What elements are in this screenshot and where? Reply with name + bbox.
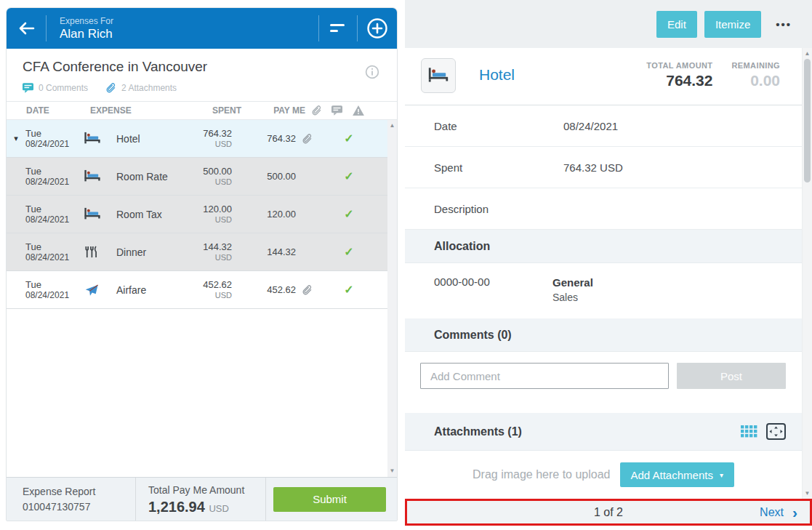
plane-icon: [84, 283, 110, 297]
comments-area: Post: [405, 352, 802, 413]
row-date: Tue08/24/2021: [25, 204, 84, 225]
total-amount-label: TOTAL AMOUNT: [646, 61, 712, 70]
expense-app: Expenses For Alan Rich CFA Conference in…: [0, 0, 812, 530]
submit-button[interactable]: Submit: [273, 487, 386, 512]
attachments-title: Attachments (1): [434, 425, 522, 438]
report-meta: 0 Comments 2 Attachments: [23, 82, 177, 94]
column-attachment[interactable]: [305, 105, 327, 116]
detail-toolbar: Edit Itemize •••: [405, 0, 812, 48]
next-expense-button[interactable]: Next ›: [760, 506, 810, 519]
remaining-label: REMAINING: [731, 61, 780, 70]
total-amount-block: TOTAL AMOUNT 764.32: [646, 61, 712, 89]
row-pay-me-amount: 764.32: [232, 133, 296, 144]
grid-view-icon[interactable]: [741, 425, 757, 438]
allocation-row: 0000-00-00 General Sales: [405, 263, 802, 318]
drop-hint: Drag image here to upload: [473, 468, 610, 481]
bed-icon: [84, 207, 110, 221]
row-expense-name: Airfare: [110, 284, 174, 296]
row-expand-caret[interactable]: ▾: [7, 134, 25, 143]
allocation-title: Allocation: [434, 240, 490, 253]
expense-row[interactable]: Tue08/24/2021 Dinner 144.32USD 144.32 ✓: [7, 233, 387, 271]
bed-icon: [84, 169, 110, 183]
paperclip-icon: [311, 105, 322, 116]
column-pay-me[interactable]: PAY ME: [241, 105, 305, 116]
expense-list: ▾ Tue08/24/2021 Hotel 764.32USD 764.32 ✓…: [7, 120, 397, 477]
scroll-down-arrow[interactable]: ▼: [390, 465, 395, 477]
edit-button[interactable]: Edit: [656, 11, 697, 38]
report-number-cell: Expense Report 010047130757: [7, 478, 136, 521]
allocation-detail: General Sales: [552, 276, 593, 318]
report-number-label: Expense Report: [23, 485, 135, 499]
plus-circle-icon: [366, 17, 388, 39]
itemize-button[interactable]: Itemize: [704, 11, 761, 38]
more-actions-button[interactable]: •••: [776, 18, 792, 31]
expense-title-link[interactable]: Hotel: [479, 66, 515, 84]
row-date: Tue08/24/2021: [25, 129, 84, 149]
total-pay-me-cell: Total Pay Me Amount 1,216.94 USD: [136, 478, 266, 521]
detail-scrollbar[interactable]: ▲ ▼: [802, 48, 812, 499]
expense-detail-header: Hotel TOTAL AMOUNT 764.32 REMAINING 0.00: [405, 48, 802, 105]
expense-row[interactable]: Tue08/24/2021 Airfare 452.62USD 452.62 ✓: [7, 271, 387, 309]
bed-icon: [427, 67, 449, 84]
allocation-name: General: [552, 276, 593, 289]
report-footer: Expense Report 010047130757 Total Pay Me…: [7, 477, 397, 521]
row-approved-check-icon: ✓: [337, 283, 361, 297]
expense-type-badge: [421, 58, 456, 93]
back-button[interactable]: [7, 8, 46, 49]
scroll-down-arrow[interactable]: ▼: [805, 488, 811, 499]
column-expense[interactable]: EXPENSE: [84, 105, 183, 116]
attachment-dropzone[interactable]: Drag image here to upload Add Attachment…: [405, 451, 802, 499]
row-expense-name: Hotel: [110, 133, 174, 145]
field-label: Description: [434, 203, 563, 215]
expand-view-icon[interactable]: [766, 423, 786, 440]
allocation-sub: Sales: [552, 291, 593, 305]
bed-icon: [84, 132, 110, 145]
expense-list-scrollbar[interactable]: ▲ ▼: [387, 120, 397, 477]
expense-totals: TOTAL AMOUNT 764.32 REMAINING 0.00: [646, 58, 780, 89]
column-date[interactable]: DATE: [25, 105, 84, 116]
post-comment-button[interactable]: Post: [677, 363, 786, 389]
add-attachments-button[interactable]: Add Attachments ▾: [620, 462, 734, 487]
warning-icon: [353, 105, 364, 116]
expenses-for-label: Expenses For: [60, 16, 318, 27]
column-comment[interactable]: [327, 105, 346, 116]
row-date: Tue08/24/2021: [25, 242, 84, 262]
report-header-bar: Expenses For Alan Rich: [7, 8, 397, 49]
attachments-count: 2 Attachments: [121, 83, 177, 93]
total-amount-value: 764.32: [646, 72, 712, 89]
detail-row-date: Date 08/24/2021: [405, 105, 802, 147]
sort-icon: [330, 23, 346, 33]
sort-button[interactable]: [319, 8, 357, 49]
add-comment-input[interactable]: [420, 363, 669, 389]
expense-row[interactable]: Tue08/24/2021 Room Tax 120.00USD 120.00 …: [7, 196, 387, 233]
report-owner: Expenses For Alan Rich: [47, 16, 318, 41]
back-arrow-icon: [17, 21, 35, 36]
row-attachment-icon: [296, 284, 318, 296]
row-pay-me-amount: 452.62: [232, 284, 296, 295]
row-spent-amount: 452.62USD: [174, 280, 232, 300]
expense-row[interactable]: ▾ Tue08/24/2021 Hotel 764.32USD 764.32 ✓: [7, 120, 387, 158]
expense-row[interactable]: Tue08/24/2021 Room Rate 500.00USD 500.00…: [7, 158, 387, 196]
attachments-section-header: Attachments (1): [405, 413, 802, 451]
report-info-button[interactable]: [365, 65, 379, 79]
column-spent[interactable]: SPENT: [183, 105, 241, 116]
add-expense-button[interactable]: [358, 8, 397, 49]
utensils-icon: [84, 245, 110, 259]
row-pay-me-amount: 144.32: [232, 246, 296, 257]
detail-row-description: Description: [405, 188, 802, 230]
expense-report-panel: Expenses For Alan Rich CFA Conference in…: [6, 7, 398, 521]
scroll-up-arrow[interactable]: ▲: [390, 120, 395, 132]
allocation-section-header: Allocation: [405, 230, 802, 263]
row-spent-amount: 500.00USD: [174, 166, 232, 187]
remaining-value: 0.00: [731, 72, 780, 89]
row-date: Tue08/24/2021: [25, 166, 84, 187]
row-attachment-icon: [296, 133, 318, 145]
scroll-up-arrow[interactable]: ▲: [805, 48, 811, 59]
submit-cell: Submit: [266, 478, 397, 521]
field-value: 764.32 USD: [563, 161, 623, 174]
column-exception[interactable]: [346, 105, 371, 116]
scrollbar-thumb[interactable]: [804, 59, 811, 182]
row-pay-me-amount: 500.00: [232, 171, 296, 182]
expense-pager: 1 of 2 Next ›: [405, 499, 812, 526]
chevron-right-icon: ›: [792, 507, 797, 518]
